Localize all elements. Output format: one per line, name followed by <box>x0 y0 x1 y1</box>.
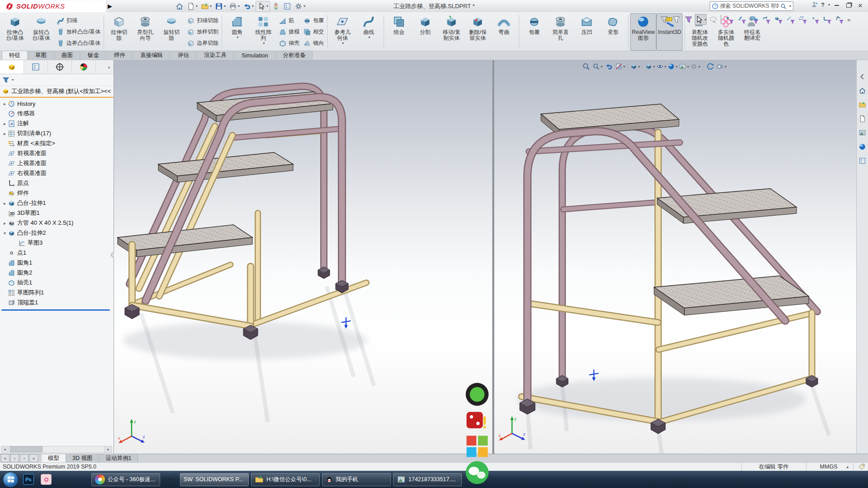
view-settings-button[interactable] <box>690 62 700 71</box>
shell-button[interactable]: 抽壳 <box>277 38 301 49</box>
delete-keep-body-button[interactable]: 删除/保 留实体 <box>465 13 491 51</box>
hide-show-items-button[interactable] <box>656 62 666 71</box>
select-tool-button[interactable] <box>695 14 707 25</box>
taskbar-solidworks-window[interactable]: SWSOLIDWORKS P... <box>180 473 249 486</box>
tree-item-square-tube[interactable]: 方管 40 X 40 X 2.5(1) <box>0 218 114 228</box>
file-properties-button[interactable] <box>282 1 293 11</box>
taskbar-browser-window[interactable]: 公众号 - 360极速... <box>91 473 160 486</box>
photoshop-pinned-icon[interactable]: Ps <box>21 473 36 486</box>
model-tab[interactable]: 模型 <box>42 454 66 462</box>
filter-edges-button[interactable] <box>735 14 747 25</box>
ladder-model-right-view[interactable] <box>494 60 856 454</box>
clear-filters-icon[interactable] <box>670 14 682 25</box>
file-explorer-icon[interactable] <box>859 115 866 123</box>
pattern-caret[interactable] <box>263 41 265 45</box>
filter-surface-bodies-button[interactable] <box>760 14 772 25</box>
orientation-caret[interactable] <box>638 65 640 69</box>
dropdown-caret[interactable] <box>238 4 240 8</box>
print-button[interactable] <box>228 1 241 11</box>
flex-button[interactable]: 弯曲 <box>491 13 517 51</box>
tree-item-sketch-pattern1[interactable]: 草图阵列1 <box>0 288 114 298</box>
screenshot-tool-icon[interactable]: ✂ <box>162 473 178 486</box>
expand-arrow-icon[interactable] <box>2 101 8 106</box>
reference-geometry-button[interactable]: 参考几 何体 <box>329 13 356 51</box>
new-document-button[interactable] <box>185 1 199 11</box>
tab-scroll-last[interactable]: » <box>29 454 38 462</box>
draft-button[interactable]: 拔模 <box>277 26 301 38</box>
tree-item-sensors[interactable]: 传感器 <box>0 109 114 118</box>
scene-caret[interactable] <box>687 65 689 69</box>
dropdown-caret[interactable] <box>196 4 198 8</box>
tree-item-weldment[interactable]: 焊件 <box>0 188 114 198</box>
extrude-cut-button[interactable]: 拉伸切 除 <box>106 13 132 51</box>
tab-render-tools[interactable]: 渲染工具 <box>197 51 234 60</box>
scrollbar-thumb[interactable] <box>10 446 43 452</box>
filter-axes-button[interactable] <box>784 14 796 25</box>
wrap-button-2[interactable]: 包覆 <box>521 13 547 51</box>
feature-manager-tab[interactable] <box>0 60 24 74</box>
help-menu[interactable]: ? <box>821 1 825 8</box>
hole-wizard-button[interactable]: 异型孔 向导 <box>132 13 158 51</box>
user-account-icon[interactable] <box>811 1 818 8</box>
filter-contours-button[interactable] <box>821 14 833 25</box>
sweep-button[interactable]: 扫描 <box>55 15 102 26</box>
toolbar-overflow-chevron[interactable]: » <box>845 16 852 23</box>
expand-arrow-icon[interactable] <box>2 131 8 136</box>
taskbar-folder-window[interactable]: H:\微信公众号\0... <box>251 473 320 486</box>
dropdown-caret[interactable] <box>266 4 268 8</box>
filter-stack-icon[interactable] <box>683 14 694 25</box>
solidworks-resources-icon[interactable] <box>859 87 866 95</box>
section-view-button[interactable] <box>615 62 625 71</box>
start-button[interactable] <box>3 472 19 488</box>
taskbar-qq-window[interactable]: 我的手机 <box>322 473 391 486</box>
tree-item-end-cap1[interactable]: 顶端盖1 <box>0 298 114 308</box>
rotate-view-button[interactable] <box>705 62 715 71</box>
screen-recorder-pinned-icon[interactable] <box>74 473 89 486</box>
tree-item-boss-extrude2[interactable]: 凸台-拉伸2 <box>0 228 114 238</box>
tree-item-annotations[interactable]: 注解 <box>0 118 114 128</box>
custom-properties-icon[interactable] <box>859 157 866 165</box>
tag-icon[interactable] <box>858 463 865 470</box>
realview-graphics-toggle[interactable]: RealView 图形 <box>630 13 656 51</box>
search-scope-caret[interactable] <box>789 4 791 8</box>
fillet-button[interactable]: 圆角 <box>224 13 250 51</box>
boundary-boss-button[interactable]: 边界凸台/基体 <box>55 38 102 49</box>
linear-pattern-button[interactable]: 线性阵 列 <box>250 13 276 51</box>
boundary-cut-button[interactable]: 边界切除 <box>185 38 220 49</box>
camera-caret[interactable] <box>725 65 726 69</box>
extrude-boss-button[interactable]: 拉伸凸 台/基体 <box>2 13 28 51</box>
filter-toggle-disabled-icon[interactable] <box>658 14 670 25</box>
revolve-boss-button[interactable]: 旋转凸 台/基体 <box>28 13 54 51</box>
refgeo-caret[interactable] <box>342 41 344 45</box>
tree-item-shell1[interactable]: 抽壳1 <box>0 278 114 288</box>
minimize-button[interactable] <box>831 1 843 10</box>
collapse-chevron-icon[interactable] <box>859 73 866 81</box>
zoom-caret[interactable] <box>601 65 602 69</box>
tab-surfaces[interactable]: 曲面 <box>54 51 80 60</box>
tree-root-item[interactable]: 工业踏步梯、登高梯 (默认<按加工><< <box>0 86 114 96</box>
filter-vertices-button[interactable] <box>723 14 735 25</box>
previous-view-button[interactable] <box>604 62 614 71</box>
tab-sheet-metal[interactable]: 钣金 <box>81 51 106 60</box>
tree-item-top-plane[interactable]: 上视基准面 <box>0 158 114 168</box>
tray-qq-icon[interactable] <box>464 486 490 488</box>
viewport-left[interactable] <box>114 60 492 454</box>
select-button[interactable] <box>256 1 270 12</box>
ladder-model-left-view[interactable] <box>114 60 492 454</box>
design-library-icon[interactable] <box>859 101 866 109</box>
tree-item-front-plane[interactable]: 前视基准面 <box>0 148 114 158</box>
rib-button[interactable]: 筋 <box>277 15 301 26</box>
home-button[interactable] <box>174 1 185 11</box>
configuration-manager-tab[interactable] <box>48 60 72 74</box>
edit-appearance-button[interactable] <box>668 62 678 71</box>
scroll-left-arrow[interactable]: ◂ <box>1 446 9 452</box>
deform-button[interactable]: 变形 <box>600 13 626 51</box>
filter-planes-button[interactable] <box>797 14 808 25</box>
lasso-select-icon[interactable] <box>707 14 719 25</box>
scroll-right-arrow[interactable]: ▸ <box>104 446 112 452</box>
view-settings-caret[interactable] <box>698 65 700 69</box>
tab-direct-editing[interactable]: 直接编辑 <box>133 51 170 60</box>
save-button[interactable] <box>213 1 227 11</box>
options-button[interactable] <box>293 1 307 11</box>
tab-scroll-next[interactable]: › <box>20 454 28 462</box>
